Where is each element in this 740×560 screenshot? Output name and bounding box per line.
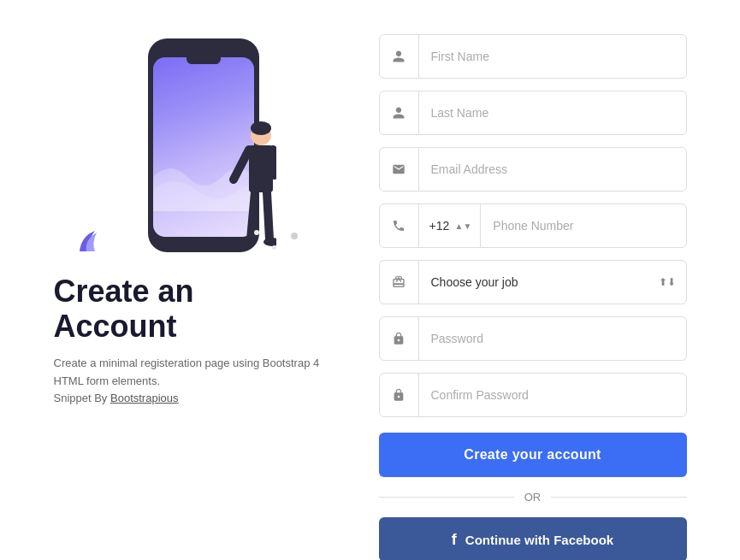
facebook-button[interactable]: f Continue with Facebook [379,517,687,560]
or-label: OR [524,491,542,504]
page-description: Create a minimal registeration page usin… [54,355,345,408]
svg-point-1 [251,121,271,135]
confirm-password-input[interactable] [419,374,686,416]
select-arrow-icon: ⬆⬇ [659,276,686,288]
first-name-input[interactable] [419,35,686,78]
email-field-group [379,147,687,192]
title-section: Create an Account Create a minimal regis… [54,274,345,408]
left-panel: Create an Account Create a minimal regis… [54,17,345,408]
email-icon [380,148,419,191]
password-field-group [379,316,687,361]
create-account-button[interactable]: Create your account [379,433,687,477]
phone-illustration [131,34,268,256]
password-input[interactable] [419,317,686,360]
phone-group: +12 +1 +44 +91 ▲▼ [419,204,686,247]
last-name-input[interactable] [419,91,686,134]
facebook-icon: f [452,531,457,549]
or-divider: OR [379,491,687,504]
job-field-group: Choose your job Developer Designer Manag… [379,260,687,304]
phone-code-select[interactable]: +12 +1 +44 +91 [428,204,452,247]
deco-dot-2 [272,245,276,250]
job-select[interactable]: Choose your job Developer Designer Manag… [419,261,659,304]
svg-line-4 [273,150,275,175]
svg-line-3 [234,150,249,180]
deco-dot-1 [291,233,298,239]
page-title: Create an Account [54,274,345,345]
phone-code-selector: +12 +1 +44 +91 ▲▼ [419,204,482,247]
svg-line-6 [267,192,269,239]
illustration [54,26,345,265]
person-icon-2 [380,91,419,134]
registration-form: +12 +1 +44 +91 ▲▼ Choose your job Develo… [379,17,687,560]
person-icon [380,35,419,78]
first-name-field-group [379,34,687,79]
deco-dot-3 [254,230,259,235]
email-input[interactable] [419,148,686,191]
phone-field-group: +12 +1 +44 +91 ▲▼ [379,203,687,248]
phone-number-input[interactable] [481,204,685,247]
confirm-password-field-group [379,373,687,417]
svg-point-7 [239,238,256,246]
job-icon [380,261,419,304]
facebook-button-label: Continue with Facebook [465,533,613,547]
phone-icon [380,204,419,247]
lock-icon-2 [380,374,419,416]
bootstrapious-link[interactable]: Bootstrapious [110,392,179,404]
lock-icon [380,317,419,360]
last-name-field-group [379,91,687,135]
